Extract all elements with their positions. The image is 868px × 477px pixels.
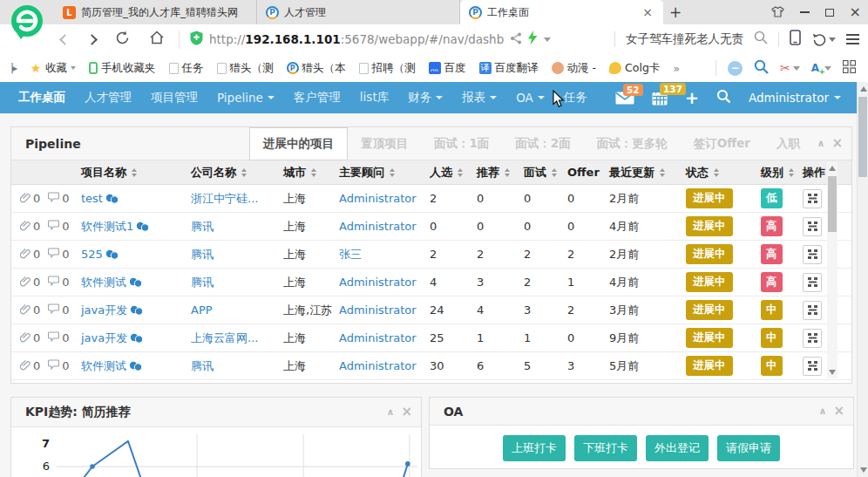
page-scrollbar[interactable]	[857, 82, 868, 477]
project-link[interactable]: java开发	[81, 330, 127, 346]
nav-item-人才管理[interactable]: 人才管理	[75, 82, 141, 113]
project-link[interactable]: test	[81, 192, 103, 205]
contacts-icon[interactable]	[130, 333, 144, 344]
pipeline-tab[interactable]: 进展中的项目	[249, 127, 348, 160]
browser-tab[interactable]: P工作桌面×	[460, 0, 663, 24]
pipeline-op-button[interactable]	[803, 301, 822, 320]
table-row[interactable]: 0 0 软件测试 腾讯 上海 Administrator 30 6 5 3 5月…	[11, 352, 851, 380]
browser-tab[interactable]: L简历管理_我的人才库_猎聘猎头网	[54, 0, 257, 24]
collapse-icon[interactable]: ∧	[386, 406, 394, 418]
sort-icon[interactable]	[789, 168, 794, 177]
skin-icon[interactable]	[771, 4, 784, 21]
contacts-icon[interactable]	[130, 305, 144, 316]
oa-button-下班打卡[interactable]: 下班打卡	[574, 435, 637, 461]
column-header[interactable]: Offer	[562, 166, 604, 179]
column-header[interactable]: 最近更新	[604, 165, 681, 181]
page-search-icon[interactable]	[754, 59, 769, 77]
lightning-icon[interactable]	[528, 31, 538, 49]
company-link[interactable]: 上海云富网...	[191, 330, 258, 346]
user-menu[interactable]: Administrator	[749, 91, 841, 105]
nav-item-报表[interactable]: 报表	[452, 82, 506, 113]
collapse-icon[interactable]: ∧	[817, 138, 824, 149]
collapse-icon[interactable]: ∧	[818, 405, 826, 417]
sort-icon[interactable]	[505, 168, 510, 177]
scroll-down-icon[interactable]	[829, 370, 836, 375]
consultant-link[interactable]: Administrator	[339, 359, 417, 372]
screenshot-icon[interactable]: ✂	[780, 61, 800, 75]
scroll-up-icon[interactable]	[860, 86, 867, 92]
pipeline-op-button[interactable]	[803, 273, 822, 292]
close-icon[interactable]: ×	[831, 137, 843, 150]
minimize-button[interactable]	[800, 11, 810, 13]
consultant-link[interactable]: Administrator	[339, 192, 417, 205]
contacts-icon[interactable]	[105, 249, 119, 260]
bookmark-item[interactable]: 任务	[169, 61, 204, 76]
pipeline-op-button[interactable]	[803, 357, 822, 376]
contacts-icon[interactable]	[105, 194, 119, 204]
column-header[interactable]: 级别	[756, 165, 797, 181]
sort-icon[interactable]	[660, 168, 665, 177]
scroll-thumb[interactable]	[828, 176, 837, 232]
sort-icon[interactable]	[458, 168, 463, 177]
company-link[interactable]: 腾讯	[191, 219, 214, 235]
nav-item-财务[interactable]: 财务	[398, 82, 452, 113]
company-link[interactable]: 浙江中宁硅...	[191, 191, 258, 207]
share-icon[interactable]	[510, 31, 522, 48]
apps-grid-icon[interactable]	[843, 60, 856, 76]
project-link[interactable]: 525	[81, 248, 103, 261]
table-row[interactable]: 0 0 test 浙江中宁硅... 上海 Administrator 2 0 0…	[11, 185, 851, 213]
bookmark-item[interactable]: 招聘（测	[359, 61, 416, 76]
pipeline-op-button[interactable]	[803, 217, 822, 236]
pipeline-tab[interactable]: 面试：2面	[502, 127, 583, 160]
contacts-icon[interactable]	[136, 221, 150, 232]
table-scrollbar[interactable]	[827, 162, 837, 378]
column-header[interactable]: 公司名称	[186, 165, 278, 181]
sort-icon[interactable]	[241, 168, 247, 177]
pipeline-tab[interactable]: 签订Offer	[681, 127, 763, 160]
nav-item-list库[interactable]: list库	[350, 82, 398, 113]
pipeline-tab[interactable]: 面试：更多轮	[584, 127, 681, 160]
security-shield-icon[interactable]	[190, 31, 203, 49]
pipeline-tab[interactable]: 入职	[763, 127, 813, 160]
close-icon[interactable]: ×	[401, 405, 412, 419]
bookmark-item[interactable]: 手机收藏夹	[89, 61, 156, 76]
bookmark-item[interactable]: 译百度翻译	[479, 61, 539, 76]
scroll-down-icon[interactable]	[860, 467, 867, 473]
scroll-up-icon[interactable]	[829, 166, 836, 171]
project-link[interactable]: 软件测试	[81, 275, 126, 290]
scroll-thumb[interactable]	[858, 97, 867, 177]
mail-icon[interactable]: 52	[615, 92, 634, 105]
company-link[interactable]: 腾讯	[191, 358, 214, 374]
column-header[interactable]: 项目名称	[76, 165, 186, 181]
bookmark-item[interactable]: ★收藏	[30, 61, 76, 76]
column-header[interactable]: 操作	[797, 165, 827, 181]
consultant-link[interactable]: 张三	[339, 247, 362, 262]
address-bar[interactable]: http://192.168.1.101:5678/webapp/#/nav/d…	[179, 31, 551, 49]
consultant-link[interactable]: Administrator	[339, 276, 417, 289]
bookmarks-overflow-icon[interactable]: »	[673, 62, 680, 75]
browser-tab[interactable]: P人才管理	[257, 0, 460, 24]
home-icon[interactable]	[149, 31, 165, 48]
bookmark-item[interactable]: 猎头（测	[217, 61, 274, 76]
contacts-icon[interactable]	[129, 277, 143, 288]
consultant-link[interactable]: Administrator	[339, 303, 417, 317]
undo-icon[interactable]	[811, 32, 836, 46]
column-header[interactable]: 推荐	[471, 165, 519, 181]
contacts-icon[interactable]	[129, 361, 143, 371]
company-link[interactable]: APP	[191, 303, 213, 317]
project-link[interactable]: 软件测试1	[81, 219, 133, 235]
pipeline-tab[interactable]: 置顶项目	[348, 127, 421, 160]
column-header[interactable]: 城市	[278, 165, 334, 181]
hot-search-suggestion[interactable]: 女子驾车撞死老人无责	[626, 31, 743, 47]
pipeline-op-button[interactable]	[803, 189, 822, 208]
bookmark-item[interactable]: P猎头（本	[287, 61, 346, 76]
column-header[interactable]: 面试	[519, 165, 562, 181]
quick-add-icon[interactable]: +	[685, 90, 699, 106]
pipeline-tab[interactable]: 面试：1面	[421, 127, 502, 160]
address-dropdown-icon[interactable]	[544, 37, 551, 42]
table-row[interactable]: 0 0 软件测试1 腾讯 上海 Administrator 0 0 0 0 4月…	[11, 213, 851, 241]
app-search-icon[interactable]	[716, 89, 731, 106]
menu-icon[interactable]	[846, 34, 859, 44]
company-link[interactable]: 腾讯	[191, 275, 214, 290]
table-row[interactable]: 0 0 525 腾讯 上海 张三 2 2 2 2 2月前 进展中 高	[11, 241, 851, 269]
